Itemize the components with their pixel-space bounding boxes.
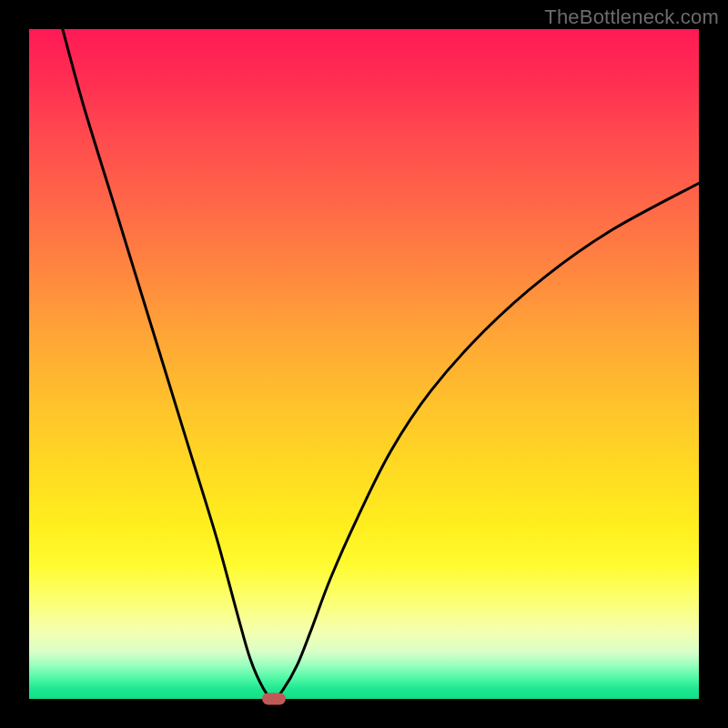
- curve-svg: [29, 29, 699, 699]
- chart-plot-area: [29, 29, 699, 699]
- watermark-text: TheBottleneck.com: [544, 5, 719, 29]
- chart-frame: TheBottleneck.com: [0, 0, 728, 728]
- min-point-marker: [262, 693, 286, 705]
- bottleneck-curve-path: [63, 29, 699, 699]
